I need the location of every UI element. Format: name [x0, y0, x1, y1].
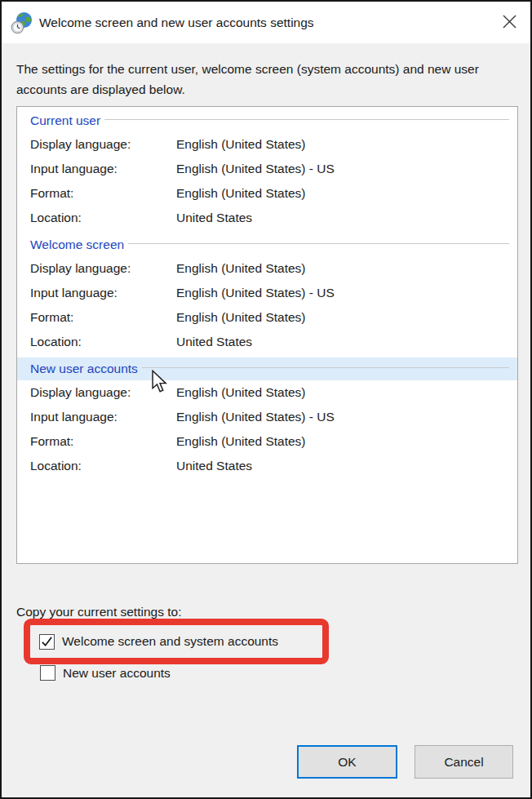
- setting-row: Format: English (United States): [17, 305, 517, 330]
- setting-value: United States: [176, 459, 252, 473]
- section-title: Welcome screen: [30, 237, 124, 252]
- setting-row: Location: United States: [17, 454, 517, 478]
- setting-value: English (United States): [176, 385, 306, 400]
- setting-row: Format: English (United States): [17, 429, 517, 454]
- section-title: Current user: [30, 113, 100, 128]
- setting-label: Input language:: [30, 162, 176, 176]
- setting-label: Location:: [30, 459, 176, 473]
- setting-value: United States: [176, 335, 252, 349]
- setting-row: Display language: English (United States…: [17, 380, 517, 405]
- section-header: Current user: [17, 109, 517, 132]
- setting-label: Location:: [30, 211, 176, 225]
- setting-row: Input language: English (United States) …: [17, 281, 517, 305]
- setting-row: Location: United States: [17, 330, 517, 354]
- copy-settings-label: Copy your current settings to:: [16, 605, 181, 619]
- close-icon: [503, 15, 516, 31]
- checkbox-row-welcome-screen[interactable]: Welcome screen and system accounts: [39, 634, 278, 650]
- checkmark-icon: [41, 636, 53, 648]
- setting-label: Format:: [30, 434, 176, 449]
- section-divider-line: [104, 119, 509, 120]
- setting-label: Format:: [30, 186, 176, 201]
- section-header: New user accounts: [17, 357, 517, 380]
- welcome-screen-checkbox[interactable]: [39, 634, 55, 650]
- settings-panel: Current user Display language: English (…: [16, 106, 518, 564]
- ok-button[interactable]: OK: [297, 745, 397, 779]
- setting-label: Display language:: [30, 385, 176, 400]
- setting-row: Format: English (United States): [17, 181, 517, 206]
- setting-label: Display language:: [30, 261, 176, 276]
- setting-value: English (United States): [176, 434, 306, 449]
- welcome-screen-checkbox-label[interactable]: Welcome screen and system accounts: [62, 634, 278, 649]
- new-user-checkbox[interactable]: [40, 665, 55, 681]
- setting-value: English (United States): [176, 310, 306, 325]
- title-bar: Welcome screen and new user accounts set…: [2, 2, 530, 43]
- settings-section: New user accounts Display language: Engl…: [17, 357, 517, 478]
- setting-row: Input language: English (United States) …: [17, 405, 517, 429]
- setting-label: Format:: [30, 310, 176, 325]
- setting-value: English (United States) - US: [176, 410, 335, 424]
- setting-row: Display language: English (United States…: [17, 256, 517, 281]
- setting-value: English (United States) - US: [176, 286, 335, 300]
- setting-row: Input language: English (United States) …: [17, 157, 517, 181]
- setting-row: Location: United States: [17, 206, 517, 230]
- settings-section: Current user Display language: English (…: [17, 109, 517, 230]
- window-title: Welcome screen and new user accounts set…: [39, 16, 314, 30]
- checkbox-row-new-user[interactable]: New user accounts: [40, 665, 171, 681]
- settings-section: Welcome screen Display language: English…: [17, 233, 517, 354]
- annotation-red-box: Welcome screen and system accounts: [24, 619, 329, 664]
- section-title: New user accounts: [30, 362, 138, 376]
- globe-clock-icon: [11, 11, 33, 34]
- setting-label: Location:: [30, 335, 176, 349]
- setting-row: Display language: English (United States…: [17, 132, 517, 157]
- section-header: Welcome screen: [17, 233, 517, 256]
- setting-value: English (United States) - US: [176, 162, 335, 176]
- setting-value: United States: [176, 211, 252, 225]
- dialog-window: Welcome screen and new user accounts set…: [0, 0, 532, 799]
- section-divider-line: [128, 243, 509, 244]
- cancel-button[interactable]: Cancel: [415, 745, 513, 779]
- close-button[interactable]: [493, 7, 525, 39]
- setting-value: English (United States): [176, 186, 306, 201]
- setting-label: Input language:: [30, 410, 176, 424]
- setting-value: English (United States): [176, 137, 306, 152]
- setting-label: Display language:: [30, 137, 176, 152]
- section-divider-line: [142, 367, 509, 368]
- setting-label: Input language:: [30, 286, 176, 300]
- setting-value: English (United States): [176, 261, 306, 276]
- new-user-checkbox-label[interactable]: New user accounts: [63, 666, 171, 681]
- dialog-description: The settings for the current user, welco…: [16, 59, 516, 100]
